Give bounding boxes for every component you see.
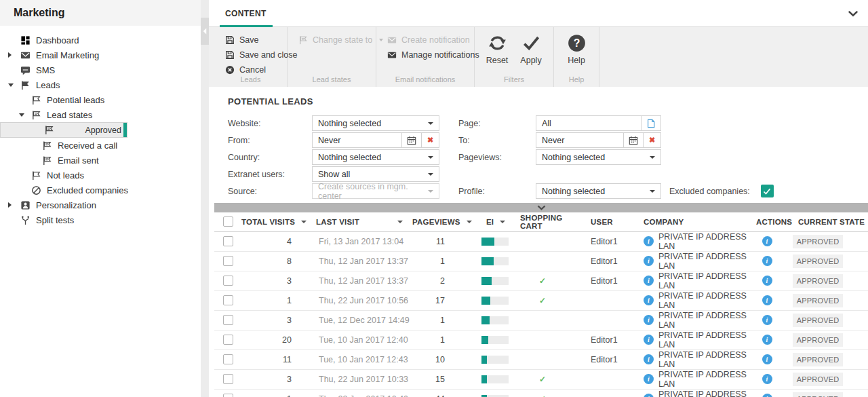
sidebar-item-potential-leads[interactable]: Potential leads — [0, 92, 201, 107]
column-last-visit[interactable]: LAST VISIT — [316, 218, 359, 226]
sidebar-item-excluded-companies[interactable]: Excluded companies — [0, 183, 201, 197]
excluded-companies-checkbox[interactable] — [761, 185, 774, 197]
to-clear-button[interactable]: ✖ — [643, 133, 660, 147]
select-page-button[interactable] — [641, 116, 660, 130]
details-info-icon[interactable] — [762, 335, 772, 345]
table-row[interactable]: 3 Thu, 12 Jan 2017 13:37 2 ✓ Editor1 PRI… — [214, 271, 868, 290]
pageviews-select[interactable]: Nothing selected — [536, 149, 661, 165]
row-checkbox[interactable] — [223, 394, 233, 397]
sidebar-item-email-marketing[interactable]: Email Marketing — [0, 48, 201, 62]
table-row[interactable]: 1 Thu, 22 Jun 2017 10:40 44 ✓ PRIVATE IP… — [214, 389, 868, 397]
table-row[interactable]: 20 Tue, 10 Jan 2017 12:40 1 Editor1 PRIV… — [214, 330, 868, 349]
sidebar-item-sms[interactable]: SMS — [0, 62, 201, 77]
table-row[interactable]: 1 Thu, 22 Jun 2017 10:56 17 ✓ PRIVATE IP… — [214, 290, 868, 310]
change-state-to-button: Change state to — [298, 33, 376, 47]
from-date-input[interactable]: Never — [313, 133, 401, 147]
actions-cell — [747, 290, 787, 310]
table-row[interactable]: 11 Tue, 10 Jan 2017 12:43 10 Editor1 PRI… — [214, 349, 868, 369]
expand-caret-icon[interactable] — [8, 202, 20, 208]
sidebar-item-received-a-call[interactable]: Received a call — [0, 138, 201, 153]
company-info-icon[interactable] — [644, 354, 654, 364]
table-row[interactable]: 8 Thu, 12 Jan 2017 13:37 1 Editor1 PRIVA… — [214, 251, 868, 271]
sidebar-splitter[interactable] — [201, 0, 209, 397]
row-checkbox[interactable] — [223, 256, 233, 266]
sidebar-item-not-leads[interactable]: Not leads — [0, 168, 201, 183]
total-visits-cell: 8 — [241, 251, 316, 271]
table-row[interactable]: 4 Fri, 13 Jan 2017 13:04 11 Editor1 PRIV… — [214, 231, 868, 251]
collapse-caret-icon[interactable] — [8, 83, 20, 87]
to-calendar-button[interactable] — [623, 133, 643, 147]
sidebar-collapse-handle[interactable] — [201, 18, 209, 45]
company-info-icon[interactable] — [644, 394, 654, 397]
ei-cell — [475, 330, 516, 349]
row-checkbox[interactable] — [223, 295, 233, 305]
ei-progress-track — [481, 336, 509, 344]
shopping-cart-cell: ✓ — [516, 290, 580, 310]
to-date-input[interactable]: Never — [536, 133, 623, 147]
row-checkbox[interactable] — [223, 276, 233, 286]
expand-caret-icon[interactable] — [8, 52, 20, 58]
create-notification-button: Create notification — [387, 33, 474, 47]
details-info-icon[interactable] — [762, 354, 772, 364]
tab-content[interactable]: CONTENT — [225, 0, 267, 26]
details-info-icon[interactable] — [762, 276, 772, 286]
sort-caret-icon[interactable] — [397, 221, 403, 223]
company-info-icon[interactable] — [644, 295, 654, 305]
sidebar-item-split-tests[interactable]: Split tests — [0, 212, 201, 227]
row-checkbox[interactable] — [223, 236, 233, 246]
sidebar-item-approved[interactable]: Approved — [0, 122, 127, 138]
reset-button[interactable]: Reset — [480, 34, 514, 65]
company-info-icon[interactable] — [644, 276, 654, 286]
cancel-button[interactable]: Cancel — [225, 62, 287, 77]
manage-notifications-button[interactable]: Manage notifications — [387, 48, 474, 62]
sort-caret-icon[interactable] — [301, 221, 307, 223]
sidebar-item-personalization[interactable]: Personalization — [0, 197, 201, 212]
toolbar-group-help: Help Help — [554, 27, 599, 87]
details-info-icon[interactable] — [762, 236, 772, 246]
details-info-icon[interactable] — [762, 315, 772, 325]
ei-cell — [475, 349, 516, 369]
extranet-users-select[interactable]: Show all — [312, 166, 439, 182]
chevron-down-icon[interactable] — [848, 10, 859, 17]
sidebar-item-leads[interactable]: Leads — [0, 77, 201, 92]
country-select[interactable]: Nothing selected — [312, 149, 439, 165]
details-info-icon[interactable] — [762, 256, 772, 266]
from-clear-button[interactable]: ✖ — [421, 133, 439, 147]
company-info-icon[interactable] — [644, 315, 654, 325]
from-date-field: Never ✖ — [312, 132, 439, 148]
details-info-icon[interactable] — [762, 394, 772, 397]
collapse-caret-icon[interactable] — [19, 113, 31, 117]
column-ei[interactable]: EI — [486, 218, 494, 226]
row-checkbox[interactable] — [223, 335, 233, 345]
company-info-icon[interactable] — [644, 236, 654, 246]
sidebar-item-dashboard[interactable]: Dashboard — [0, 33, 201, 48]
save-button[interactable]: Save — [225, 33, 287, 47]
details-info-icon[interactable] — [762, 295, 772, 305]
website-select[interactable]: Nothing selected — [312, 115, 439, 131]
sort-caret-icon[interactable] — [467, 221, 472, 223]
row-checkbox[interactable] — [223, 315, 233, 325]
apply-button[interactable]: Apply — [514, 34, 548, 65]
group-caption: Email notifications — [376, 75, 474, 83]
sidebar-item-lead-states[interactable]: Lead states — [0, 107, 201, 122]
company-info-icon[interactable] — [644, 374, 654, 384]
page-input[interactable]: All — [536, 116, 641, 130]
from-calendar-button[interactable] — [401, 133, 421, 147]
column-total-visits[interactable]: TOTAL VISITS — [241, 218, 295, 226]
sidebar-item-email-sent[interactable]: Email sent — [0, 153, 201, 168]
table-row[interactable]: 3 Tue, 12 Dec 2017 14:49 1 PRIVATE IP AD… — [214, 310, 868, 330]
company-info-icon[interactable] — [644, 335, 654, 345]
company-info-icon[interactable] — [644, 256, 654, 266]
row-checkbox[interactable] — [223, 354, 233, 364]
filter-collapse-bar[interactable] — [214, 203, 868, 212]
profile-select[interactable]: Nothing selected — [536, 183, 661, 199]
column-pageviews[interactable]: PAGEVIEWS — [412, 218, 460, 226]
row-checkbox[interactable] — [223, 374, 233, 384]
toolbar-ribbon: Save Save and close Cancel Leads Change … — [209, 27, 868, 87]
sort-caret-icon[interactable] — [500, 221, 505, 223]
save-and-close-button[interactable]: Save and close — [225, 48, 287, 62]
select-all-checkbox[interactable] — [223, 216, 233, 227]
help-button[interactable]: Help — [559, 34, 593, 65]
details-info-icon[interactable] — [762, 374, 772, 384]
table-row[interactable]: 3 Thu, 22 Jun 2017 10:33 15 ✓ PRIVATE IP… — [214, 369, 868, 389]
